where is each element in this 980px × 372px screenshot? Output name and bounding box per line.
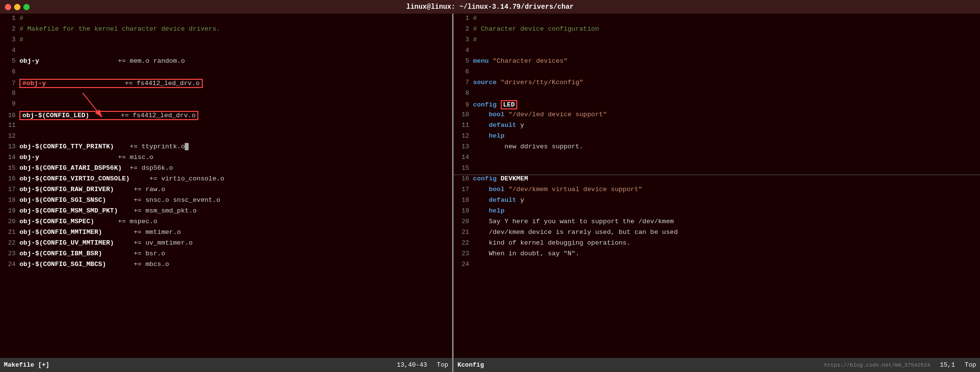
- right-url: https://blog.csdn.net/m0_37542524: [824, 362, 930, 368]
- right-code-line-2: 2 # Character device configuration: [454, 25, 980, 36]
- right-filename: Kconfig: [457, 361, 484, 369]
- code-line-1: 1 #: [0, 15, 452, 25]
- right-pane: 1 # 2 # Character device configuration 3…: [454, 14, 980, 358]
- right-code-line-15: 15: [454, 164, 980, 175]
- left-scroll: Top: [437, 361, 448, 369]
- right-code-line-9: 9 config LED: [454, 100, 980, 111]
- left-position: 13,40-43: [397, 361, 427, 369]
- code-line-7: 7 #obj-y += fs4412_led_drv.o: [0, 79, 452, 89]
- status-bars: Makefile [+] 13,40-43 Top Kconfig https:…: [0, 358, 980, 372]
- code-line-23: 23 obj-$(CONFIG_IBM_BSR) += bsr.o: [0, 250, 452, 261]
- code-line-8: 8: [0, 89, 452, 100]
- right-code-line-11: 11 default y: [454, 122, 980, 132]
- right-code-line-4: 4: [454, 47, 980, 57]
- code-line-13: 13 obj-$(CONFIG_TTY_PRINTK) += ttyprintk…: [0, 143, 452, 154]
- code-line-12: 12: [0, 132, 452, 143]
- code-line-3: 3 #: [0, 36, 452, 47]
- right-code-line-6: 6: [454, 68, 980, 79]
- code-line-4: 4: [0, 47, 452, 57]
- window-title: linux@linux: ~/linux-3.14.79/drivers/cha…: [406, 3, 574, 11]
- right-scroll: Top: [965, 361, 976, 369]
- right-code-line-14: 14: [454, 154, 980, 164]
- left-pane: 1 # 2 # Makefile for the kernel characte…: [0, 14, 452, 358]
- code-line-9: 9: [0, 100, 452, 111]
- right-code-line-20: 20 Say Y here if you want to support the…: [454, 218, 980, 229]
- code-line-24: 24 obj-$(CONFIG_SGI_MBCS) += mbcs.o: [0, 261, 452, 271]
- arrow-annotation: [78, 90, 117, 124]
- right-code-line-17: 17 bool "/dev/kmem virtual device suppor…: [454, 186, 980, 196]
- right-code-line-7: 7 source "drivers/tty/Kconfig": [454, 79, 980, 89]
- code-line-22: 22 obj-$(CONFIG_UV_MMTIMER) += uv_mmtime…: [0, 239, 452, 250]
- right-code-line-23: 23 When in doubt, say "N".: [454, 250, 980, 261]
- svg-line-1: [83, 93, 102, 117]
- right-code-line-12: 12 help: [454, 132, 980, 143]
- right-code-line-8: 8: [454, 89, 980, 100]
- maximize-button[interactable]: [23, 4, 30, 10]
- right-code-line-22: 22 kind of kernel debugging operations.: [454, 239, 980, 250]
- code-line-19: 19 obj-$(CONFIG_MSM_SMD_PKT) += msm_smd_…: [0, 207, 452, 218]
- right-code-line-10: 10 bool "/dev/led device support": [454, 111, 980, 122]
- right-code-line-24: 24: [454, 261, 980, 271]
- right-code-line-5: 5 menu "Character devices": [454, 57, 980, 68]
- right-code-line-21: 21 /dev/kmem device is rarely used, but …: [454, 229, 980, 239]
- right-code-line-1: 1 #: [454, 15, 980, 25]
- code-line-6: 6: [0, 68, 452, 79]
- code-line-5: 5 obj-y += mem.o random.o: [0, 57, 452, 68]
- right-code-line-18: 18 default y: [454, 196, 980, 207]
- code-line-15: 15 obj-$(CONFIG_ATARI_DSP56K) += dsp56k.…: [0, 164, 452, 175]
- code-line-2: 2 # Makefile for the kernel character de…: [0, 25, 452, 36]
- code-line-14: 14 obj-y += misc.o: [0, 154, 452, 164]
- right-code-line-3: 3 #: [454, 36, 980, 47]
- code-line-21: 21 obj-$(CONFIG_MMTIMER) += mmtimer.o: [0, 229, 452, 239]
- right-position: 15,1: [940, 361, 955, 369]
- close-button[interactable]: [5, 4, 11, 10]
- code-line-20: 20 obj-$(CONFIG_MSPEC) += mspec.o: [0, 218, 452, 229]
- code-line-11: 11: [0, 122, 452, 132]
- code-line-10: 10 obj-$(CONFIG_LED) += fs4412_led_drv.o: [0, 111, 452, 122]
- code-line-18: 18 obj-$(CONFIG_SGI_SNSC) += snsc.o snsc…: [0, 196, 452, 207]
- left-status-bar: Makefile [+] 13,40-43 Top: [0, 358, 452, 372]
- code-line-16: 16 obj-$(CONFIG_VIRTIO_CONSOLE) += virti…: [0, 175, 452, 186]
- code-line-17: 17 obj-$(CONFIG_RAW_DRIVER) += raw.o: [0, 186, 452, 196]
- right-status-bar: Kconfig https://blog.csdn.net/m0_3754252…: [454, 358, 980, 372]
- right-code-line-19: 19 help: [454, 207, 980, 218]
- title-bar: linux@linux: ~/linux-3.14.79/drivers/cha…: [0, 0, 980, 14]
- right-code-line-13: 13 new ddrives support.: [454, 143, 980, 154]
- minimize-button[interactable]: [14, 4, 20, 10]
- left-filename: Makefile [+]: [4, 361, 50, 369]
- right-code-line-16: 16 config DEVKMEM: [454, 175, 980, 186]
